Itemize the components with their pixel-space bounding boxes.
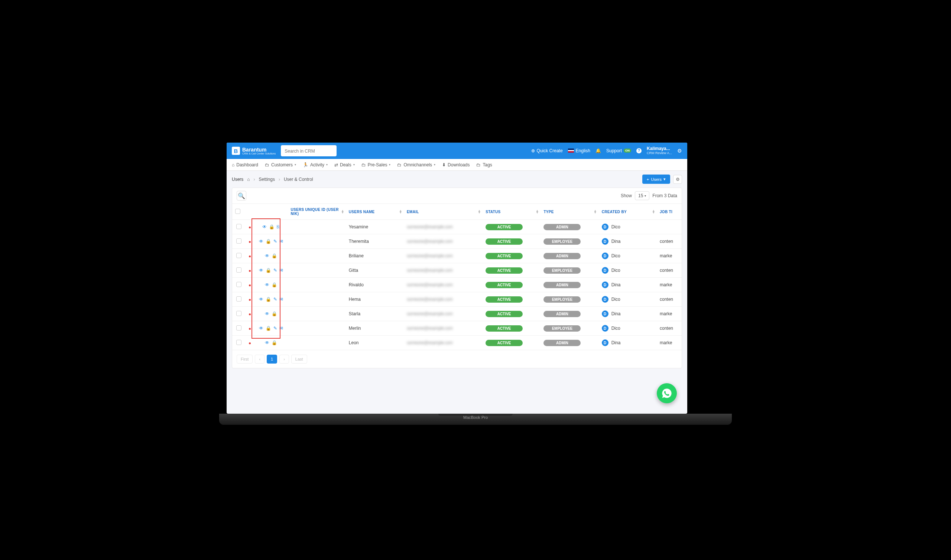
cell-email: someone@example.com bbox=[404, 278, 483, 292]
lock-icon[interactable]: 🔒 bbox=[272, 282, 277, 288]
row-actions: 👁🔒⎘ bbox=[257, 224, 285, 229]
nav-customers[interactable]: 🗀Customers▾ bbox=[265, 162, 296, 168]
mail-icon[interactable]: ✉ bbox=[279, 297, 283, 302]
cell-uid bbox=[288, 292, 346, 307]
page-size-select[interactable]: 15 ▾ bbox=[635, 191, 649, 200]
cell-name: Briliane bbox=[346, 249, 404, 263]
view-icon[interactable]: 👁 bbox=[259, 239, 263, 244]
page-last[interactable]: Last bbox=[291, 355, 307, 363]
col-status[interactable]: STATUS▴▾ bbox=[483, 204, 540, 220]
lock-icon[interactable]: 🔒 bbox=[266, 239, 271, 244]
nav-omnichannels[interactable]: 🗀Omnichannels▾ bbox=[397, 162, 435, 168]
mail-icon[interactable]: ✉ bbox=[279, 326, 283, 331]
row-checkbox[interactable] bbox=[236, 296, 242, 302]
checkbox-icon[interactable] bbox=[235, 209, 240, 214]
col-name[interactable]: USERS NAME▴▾ bbox=[346, 204, 404, 220]
page-current[interactable]: 1 bbox=[267, 355, 277, 363]
breadcrumb-user-control[interactable]: User & Control bbox=[284, 177, 313, 182]
col-uid[interactable]: USERS UNIQUE ID (USER NIK)▴▾ bbox=[288, 204, 346, 220]
support-link[interactable]: Support ON bbox=[606, 148, 631, 153]
cell-uid bbox=[288, 321, 346, 336]
row-checkbox[interactable] bbox=[236, 282, 242, 287]
nav-presales[interactable]: 🗀Pre-Sales▾ bbox=[362, 162, 391, 168]
show-label: Show bbox=[621, 193, 632, 198]
home-icon[interactable]: ⌂ bbox=[247, 177, 250, 182]
nav-downloads[interactable]: ⬇Downloads bbox=[442, 162, 469, 168]
lock-icon[interactable]: 🔒 bbox=[266, 297, 271, 302]
view-icon[interactable]: 👁 bbox=[262, 224, 267, 229]
lock-icon[interactable]: 🔒 bbox=[272, 311, 277, 316]
user-name-label: Kalimaya... bbox=[647, 146, 672, 151]
nav-deals[interactable]: ⇄Deals▾ bbox=[334, 162, 355, 168]
quick-create-button[interactable]: ⊕ Quick Create bbox=[531, 148, 563, 153]
cell-uid bbox=[288, 263, 346, 278]
row-actions: 👁🔒 bbox=[257, 282, 285, 288]
edit-icon[interactable]: ✎ bbox=[273, 326, 277, 331]
activity-icon: 🏃 bbox=[303, 162, 308, 168]
view-icon[interactable]: 👁 bbox=[265, 282, 269, 288]
whatsapp-icon bbox=[661, 388, 672, 399]
row-checkbox[interactable] bbox=[236, 238, 242, 244]
edit-icon[interactable]: ✎ bbox=[273, 268, 277, 273]
view-icon[interactable]: 👁 bbox=[265, 340, 269, 345]
mail-icon[interactable]: ✉ bbox=[279, 239, 283, 244]
brand-logo[interactable]: B Barantum CRM & Call Center Solutions bbox=[232, 147, 275, 155]
status-dot-icon bbox=[249, 314, 251, 315]
nav-activity[interactable]: 🏃Activity▾ bbox=[303, 162, 328, 168]
search-input[interactable] bbox=[285, 149, 333, 154]
col-select-all[interactable] bbox=[232, 204, 246, 220]
cell-name: Starla bbox=[346, 307, 404, 321]
nav-dashboard[interactable]: ⌂Dashboard bbox=[232, 162, 258, 168]
login-icon[interactable]: ⎘ bbox=[277, 224, 279, 229]
col-label: USERS UNIQUE ID (USER NIK) bbox=[291, 208, 339, 216]
breadcrumb-settings[interactable]: Settings bbox=[259, 177, 275, 182]
view-icon[interactable]: 👁 bbox=[265, 253, 269, 258]
lock-icon[interactable]: 🔒 bbox=[269, 224, 274, 229]
col-email[interactable]: EMAIL▴▾ bbox=[404, 204, 483, 220]
page-next[interactable]: › bbox=[279, 355, 289, 363]
page-prev[interactable]: ‹ bbox=[255, 355, 265, 363]
global-search[interactable] bbox=[281, 145, 337, 156]
whatsapp-fab[interactable] bbox=[657, 383, 677, 403]
status-badge: ACTIVE bbox=[486, 340, 523, 346]
lock-icon[interactable]: 🔒 bbox=[272, 340, 277, 345]
table-search-button[interactable]: 🔍 bbox=[237, 191, 246, 200]
help-icon[interactable]: ? bbox=[636, 148, 642, 153]
add-users-button[interactable]: + Users ▾ bbox=[642, 175, 670, 184]
lock-icon[interactable]: 🔒 bbox=[266, 268, 271, 273]
row-checkbox[interactable] bbox=[236, 325, 242, 331]
col-type[interactable]: TYPE▴▾ bbox=[540, 204, 599, 220]
cell-created-by: DDico bbox=[599, 321, 657, 336]
page-first[interactable]: First bbox=[237, 355, 252, 363]
row-checkbox[interactable] bbox=[236, 311, 242, 316]
nav-tags[interactable]: 🗀Tags bbox=[476, 162, 492, 168]
user-menu[interactable]: Kalimaya... CRM Review A... bbox=[647, 146, 672, 155]
view-icon[interactable]: 👁 bbox=[259, 268, 263, 273]
mail-icon[interactable]: ✉ bbox=[279, 268, 283, 273]
lock-icon[interactable]: 🔒 bbox=[266, 326, 271, 331]
row-checkbox[interactable] bbox=[236, 340, 242, 345]
home-icon: ⌂ bbox=[232, 162, 234, 168]
col-label: TYPE bbox=[543, 210, 554, 214]
users-panel: 🔍 Show 15 ▾ From 3 Data bbox=[232, 188, 682, 368]
cell-job: conten bbox=[657, 234, 682, 249]
row-checkbox[interactable] bbox=[236, 253, 242, 258]
bell-icon[interactable]: 🔔 bbox=[596, 148, 601, 153]
lock-icon[interactable]: 🔒 bbox=[272, 253, 277, 258]
brand-subtitle: CRM & Call Center Solutions bbox=[242, 152, 275, 155]
edit-icon[interactable]: ✎ bbox=[273, 239, 277, 244]
sort-icon: ▴▾ bbox=[594, 210, 596, 214]
language-switcher[interactable]: English bbox=[568, 148, 590, 153]
view-icon[interactable]: 👁 bbox=[259, 326, 263, 331]
col-job[interactable]: JOB TI bbox=[657, 204, 682, 220]
type-badge: ADMIN bbox=[543, 224, 581, 230]
row-checkbox[interactable] bbox=[236, 268, 242, 272]
table-settings-button[interactable]: ⚙ bbox=[673, 175, 682, 184]
view-icon[interactable]: 👁 bbox=[259, 297, 263, 302]
col-created-by[interactable]: CREATED BY▴▾ bbox=[599, 204, 657, 220]
edit-icon[interactable]: ✎ bbox=[273, 297, 277, 302]
folder-icon: 🗀 bbox=[265, 162, 269, 168]
view-icon[interactable]: 👁 bbox=[265, 311, 269, 316]
settings-icon[interactable]: ⚙ bbox=[677, 148, 682, 154]
row-checkbox[interactable] bbox=[236, 224, 242, 229]
